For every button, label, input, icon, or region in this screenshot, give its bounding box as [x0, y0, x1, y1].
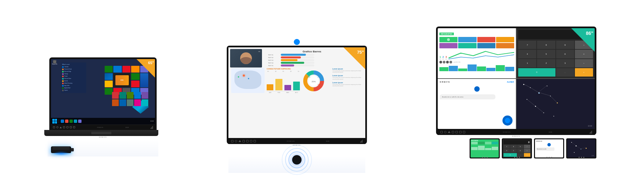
size-badge-65: 65" [137, 59, 155, 78]
tablet-constellation: 10:30 [566, 138, 596, 158]
nav-buttons [231, 140, 256, 142]
display-86-main: INFOGRAPHIC [436, 27, 596, 137]
sidebar-item: Apps folder [62, 85, 85, 87]
lorem-block-3: Lorem ipsum Lorem ipsum dolor sit amet c… [332, 82, 363, 87]
svg-line-19 [581, 148, 586, 149]
laptop-brand: ORBVS [97, 127, 103, 128]
display-86-device: INFOGRAPHIC [435, 27, 596, 158]
map-panel [231, 68, 265, 93]
size-badge-86: 86" [571, 28, 595, 52]
nav-vol[interactable] [243, 140, 245, 142]
laptop-base [44, 130, 158, 136]
svg-text:25%: 25% [318, 84, 321, 86]
svg-text:25%: 25% [312, 81, 316, 83]
svg-line-15 [550, 96, 557, 102]
nav-btn-home[interactable] [444, 131, 446, 133]
start-button[interactable] [52, 119, 57, 124]
calc-btn-5[interactable]: 5 [537, 50, 555, 58]
sidebar-item: Acrobat [62, 80, 85, 82]
nav-vol2[interactable] [246, 140, 249, 142]
nav-btn-1[interactable] [440, 131, 443, 133]
nav-btn-3[interactable] [455, 131, 458, 133]
taskbar-icon2[interactable] [74, 120, 77, 123]
calc-btn-1[interactable]: 1 [518, 59, 536, 67]
calc-btn-8[interactable]: 8 [537, 41, 555, 49]
tablet-calculator: 0 7 8 9 ÷ 4 5 6 × 0 . + [502, 138, 532, 158]
people-icons: population data [439, 61, 514, 63]
display-75-device: HD 75" Grafico Barres TEXT 01 [227, 39, 367, 146]
display-75-reflection [228, 156, 365, 173]
nav-btn-2[interactable] [452, 131, 454, 133]
tablet-infographic-screen: INFOGRAPHIC [471, 139, 499, 157]
display-86-brand-label: ORBVS [436, 135, 596, 137]
display-86-nav [440, 131, 465, 133]
large-tile: MSN [113, 73, 130, 87]
svg-line-11 [530, 87, 538, 92]
nav-btn-4[interactable] [459, 131, 462, 133]
sidebar-item: Microsoft Edge [62, 71, 85, 73]
svg-line-18 [576, 145, 581, 149]
display-86-bottom-bezel: ORBVS 10:30 [438, 129, 595, 135]
tablet-infographic: INFOGRAPHIC [470, 138, 500, 158]
display-75-bottom-bezel: ORBVS 10:30 [228, 138, 365, 144]
laptop-reflection [48, 140, 158, 156]
svg-line-10 [523, 84, 530, 87]
svg-line-16 [538, 86, 547, 92]
laptop-device: What's next Calendar Remote & Clock Micr… [48, 57, 158, 138]
bar-chart-panel: CONSECTETUER ADIPISCING 50 40 30 20 10 [267, 68, 300, 93]
taskbar-edge-icon[interactable] [61, 120, 64, 123]
nav-btn-5[interactable] [463, 131, 465, 133]
laptop-trackpad [91, 132, 111, 134]
infographic-panel: INFOGRAPHIC [438, 28, 516, 78]
constellation-panel: 10:30 [517, 79, 595, 129]
calc-btn-4[interactable]: 4 [518, 50, 536, 58]
mini-stats: 1 stat 2 stat 3 stat [439, 50, 514, 60]
taskbar-store-icon[interactable] [65, 120, 68, 123]
calc-btn-3[interactable]: 3 [556, 59, 574, 67]
bar-chart-title: CONSECTETUER ADIPISCING [267, 68, 300, 70]
nav-home[interactable] [235, 140, 237, 142]
tablets-row: INFOGRAPHIC [435, 138, 596, 158]
calc-btn-7[interactable]: 7 [518, 41, 536, 49]
donut-svg: 25% 25% 25% 37% 13% [302, 69, 325, 93]
bottom-row: CONSECTETUER ADIPISCING 50 40 30 20 10 [231, 68, 363, 93]
nav-settings[interactable] [254, 140, 256, 142]
donut-chart: 25% 25% 25% 37% 13% [302, 69, 330, 93]
android-nav-dialog [534, 157, 564, 158]
bar-feb [275, 79, 282, 90]
infographic-title: INFOGRAPHIC [439, 33, 454, 35]
sidebar-item: Microsoft Store [62, 78, 85, 80]
bar-mar [284, 85, 291, 90]
dialog-circle-btn[interactable] [502, 115, 513, 126]
taskbar-icon[interactable] [69, 120, 73, 123]
constellation-time: 10:30 [588, 125, 592, 127]
svg-line-17 [571, 142, 576, 145]
sidebar-item: Settings [62, 73, 85, 75]
windows-sidebar: What's next Calendar Remote & Clock Micr… [61, 62, 86, 93]
calc-btn-dot[interactable]: . [556, 68, 574, 77]
svg-text:37%: 37% [307, 86, 311, 88]
calc-btn-2[interactable]: 2 [537, 59, 555, 67]
dialog-header: ORBVS ALUNER [440, 81, 514, 83]
android-nav [470, 157, 500, 158]
nav-btn-back[interactable] [448, 131, 450, 133]
calc-btn-plus[interactable]: + [575, 68, 593, 77]
taskbar-icon3[interactable] [78, 120, 82, 123]
nav-recent[interactable] [238, 140, 241, 142]
sidebar-item: Remote & Clock [62, 68, 85, 70]
calc-btn-0[interactable]: 0 [518, 68, 555, 77]
svg-line-13 [527, 99, 535, 106]
display-86-time: 10:30 [549, 131, 552, 133]
nav-mic[interactable] [250, 140, 252, 142]
nav-back[interactable] [231, 140, 233, 142]
bar-ago [293, 82, 300, 90]
svg-line-12 [538, 92, 550, 96]
taskbar-time: 10:30 [150, 120, 154, 122]
laptop-brand-label: ORBVS [99, 136, 107, 138]
calc-btn-sub[interactable]: − [575, 59, 593, 67]
display-75-bezel: HD 75" Grafico Barres TEXT 01 [227, 46, 367, 144]
svg-line-14 [535, 106, 543, 112]
sidebar-item: Asphalt Shell [62, 87, 85, 89]
mini-chart-svg [448, 50, 514, 60]
top-camera-dot [294, 39, 300, 45]
